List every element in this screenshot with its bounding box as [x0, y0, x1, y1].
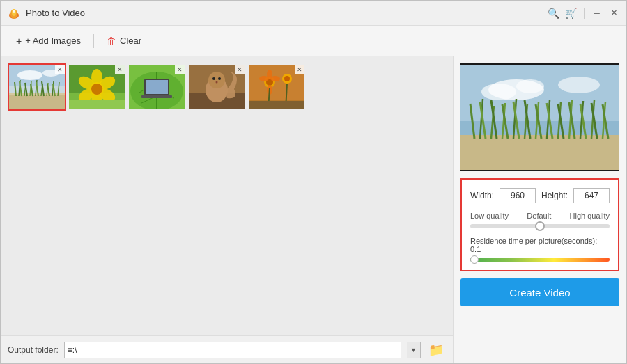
thumbnail-1[interactable]: ✕ — [9, 65, 65, 109]
drop-area[interactable] — [1, 118, 453, 335]
output-dropdown-button[interactable]: ▼ — [407, 342, 421, 358]
dimensions-row: Width: Height: — [470, 188, 610, 203]
svg-point-35 — [91, 84, 102, 95]
svg-point-68 — [481, 84, 516, 100]
quality-slider-track[interactable] — [470, 224, 610, 228]
thumbnail-2[interactable]: ✕ — [69, 65, 125, 109]
thumb-close-2[interactable]: ✕ — [115, 65, 125, 74]
width-input[interactable] — [500, 188, 536, 203]
browse-folder-button[interactable]: 📁 — [426, 340, 446, 360]
title-bar-controls: 🔍 🛒 ─ ✕ — [548, 8, 619, 19]
title-bar: Photo to Video 🔍 🛒 ─ ✕ — [1, 1, 626, 26]
svg-point-50 — [212, 77, 215, 80]
clear-label: Clear — [120, 35, 141, 46]
svg-rect-72 — [460, 135, 619, 170]
svg-rect-45 — [141, 95, 172, 98]
height-input[interactable] — [573, 188, 610, 203]
output-folder-label: Output folder: — [8, 345, 59, 355]
quality-low-label: Low quality — [470, 212, 509, 220]
residence-slider-track[interactable] — [470, 258, 610, 262]
main-content: ✕ — [1, 56, 626, 363]
quality-slider-thumb[interactable] — [535, 221, 545, 231]
residence-row: Residence time per picture(seconds): 0.1 — [470, 237, 610, 262]
quality-high-label: High quality — [570, 212, 610, 220]
right-panel: Width: Height: Low quality Default High … — [454, 56, 626, 363]
svg-rect-65 — [249, 101, 304, 109]
thumb-close-5[interactable]: ✕ — [295, 65, 304, 74]
thumb-close-3[interactable]: ✕ — [175, 65, 185, 74]
svg-point-7 — [17, 70, 42, 80]
add-images-label: + Add Images — [25, 35, 81, 46]
quality-default-label: Default — [527, 212, 551, 220]
add-icon: + — [16, 35, 22, 47]
toolbar-separator — [93, 34, 94, 48]
title-separator — [584, 8, 585, 19]
thumbnail-4[interactable]: ✕ — [189, 65, 245, 109]
clear-button[interactable]: 🗑 Clear — [100, 32, 148, 50]
svg-point-3 — [13, 10, 15, 13]
search-icon[interactable]: 🔍 — [548, 8, 559, 19]
svg-point-60 — [270, 76, 280, 81]
thumb-close-1[interactable]: ✕ — [55, 65, 65, 74]
image-strip: ✕ — [1, 56, 453, 118]
thumbnail-5[interactable]: ✕ — [249, 65, 304, 109]
svg-rect-44 — [146, 80, 168, 94]
settings-box: Width: Height: Low quality Default High … — [460, 178, 619, 271]
title-bar-left: Photo to Video — [8, 7, 548, 19]
svg-point-52 — [216, 81, 218, 84]
clear-icon: 🗑 — [107, 35, 116, 47]
svg-point-69 — [516, 79, 544, 93]
svg-point-58 — [284, 76, 290, 81]
svg-point-51 — [218, 77, 221, 80]
svg-rect-9 — [9, 95, 65, 109]
add-images-button[interactable]: + + Add Images — [9, 32, 88, 50]
thumb-close-4[interactable]: ✕ — [235, 65, 245, 74]
minimize-button[interactable]: ─ — [591, 8, 603, 19]
preview-area — [460, 63, 619, 171]
close-button[interactable]: ✕ — [608, 8, 619, 19]
preview-image — [460, 65, 619, 170]
left-panel: ✕ — [1, 56, 454, 363]
residence-label: Residence time per picture(seconds): 0.1 — [470, 237, 610, 253]
quality-row: Low quality Default High quality — [470, 212, 610, 228]
window-title: Photo to Video — [26, 8, 85, 18]
svg-rect-36 — [69, 100, 125, 109]
svg-point-62 — [259, 76, 269, 81]
width-label: Width: — [470, 191, 494, 200]
height-label: Height: — [541, 191, 568, 200]
quality-labels: Low quality Default High quality — [470, 212, 610, 220]
svg-point-49 — [208, 72, 225, 88]
cart-icon[interactable]: 🛒 — [565, 8, 577, 19]
main-window: Photo to Video 🔍 🛒 ─ ✕ + + Add Images 🗑 … — [0, 0, 627, 364]
bottom-bar: Output folder: ▼ 📁 — [1, 335, 453, 363]
toolbar: + + Add Images 🗑 Clear — [1, 26, 626, 56]
create-video-button[interactable]: Create Video — [460, 278, 619, 306]
app-icon — [8, 7, 20, 19]
thumbnail-3[interactable]: ✕ — [129, 65, 185, 109]
svg-point-70 — [558, 77, 600, 93]
residence-slider-thumb[interactable] — [470, 255, 479, 264]
output-path-input[interactable] — [64, 342, 401, 358]
